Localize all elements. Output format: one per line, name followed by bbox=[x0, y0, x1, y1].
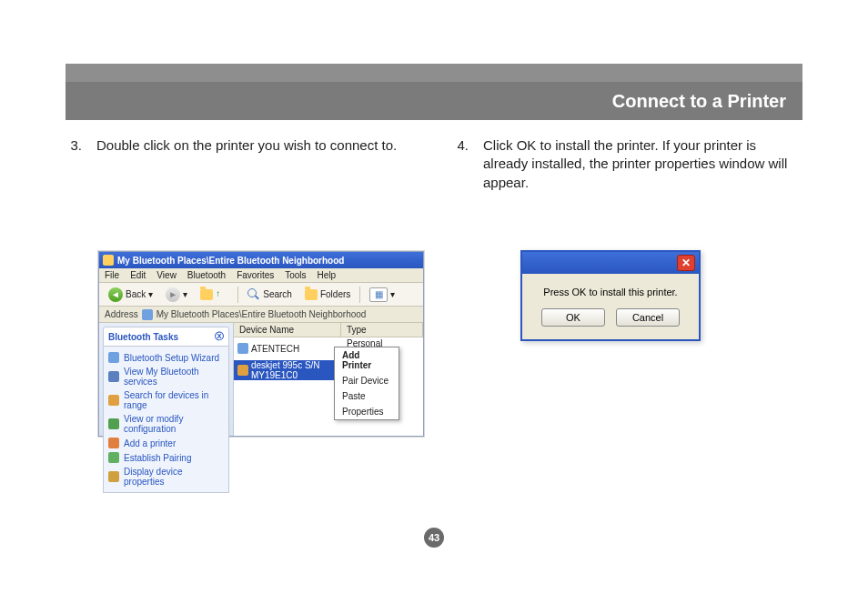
dialog-titlebar[interactable]: ✕ bbox=[522, 252, 699, 274]
separator bbox=[237, 287, 238, 303]
task-add-printer[interactable]: Add a printer bbox=[108, 436, 224, 450]
tasks-pane: Bluetooth Tasks ⓧ Bluetooth Setup Wizard… bbox=[99, 323, 234, 436]
dropdown-icon: ▾ bbox=[148, 289, 153, 299]
step-text: Double click on the printer you wish to … bbox=[96, 136, 416, 155]
menu-edit[interactable]: Edit bbox=[130, 270, 146, 280]
menu-pair-device[interactable]: Pair Device bbox=[335, 373, 399, 388]
folders-button[interactable]: Folders bbox=[301, 287, 354, 302]
menu-favorites[interactable]: Favorites bbox=[237, 270, 274, 280]
device-name: ATENTECH bbox=[251, 344, 299, 354]
menu-properties[interactable]: Properties bbox=[335, 404, 399, 419]
page-number: 43 bbox=[424, 528, 444, 548]
menu-add-printer[interactable]: Add Printer bbox=[335, 347, 399, 373]
collapse-icon: ⓧ bbox=[215, 330, 224, 343]
printer-icon bbox=[108, 438, 119, 448]
tasks-header[interactable]: Bluetooth Tasks ⓧ bbox=[103, 327, 229, 347]
right-column: 4. Click OK to install the printer. If y… bbox=[452, 136, 802, 247]
search-icon bbox=[247, 288, 260, 301]
computer-icon bbox=[237, 343, 248, 354]
up-button[interactable]: ↑ bbox=[197, 287, 232, 303]
up-arrow-icon: ↑ bbox=[216, 288, 228, 301]
menu-file[interactable]: File bbox=[105, 270, 119, 280]
device-list-pane: Device Name Type ATENTECH Personal Compu… bbox=[234, 323, 423, 436]
window-titlebar[interactable]: My Bluetooth Places\Entire Bluetooth Nei… bbox=[99, 252, 423, 268]
back-icon: ◄ bbox=[108, 287, 123, 302]
task-search-devices[interactable]: Search for devices in range bbox=[108, 388, 224, 412]
address-bar: Address My Bluetooth Places\Entire Bluet… bbox=[99, 307, 423, 323]
task-modify-config[interactable]: View or modify configuration bbox=[108, 412, 224, 436]
dialog-buttons: OK Cancel bbox=[522, 303, 699, 339]
content-area: 3. Double click on the printer you wish … bbox=[66, 136, 802, 247]
device-name: deskjet 995c S/N MY19E1C0 bbox=[251, 360, 341, 380]
page-number-badge: 43 bbox=[0, 528, 868, 548]
search-label: Search bbox=[263, 289, 292, 299]
explorer-window: My Bluetooth Places\Entire Bluetooth Nei… bbox=[98, 251, 424, 437]
wizard-icon bbox=[108, 352, 119, 363]
folder-up-icon bbox=[200, 289, 213, 300]
tasks-list: Bluetooth Setup Wizard View My Bluetooth… bbox=[103, 347, 229, 493]
menu-bluetooth[interactable]: Bluetooth bbox=[187, 270, 226, 280]
task-label: View My Bluetooth services bbox=[124, 367, 224, 387]
step-number: 3. bbox=[66, 136, 82, 155]
window-icon bbox=[103, 255, 114, 266]
column-header-name[interactable]: Device Name bbox=[234, 323, 341, 337]
install-printer-dialog: ✕ Press OK to install this printer. OK C… bbox=[520, 250, 701, 341]
separator bbox=[359, 287, 360, 303]
task-label: Establish Pairing bbox=[124, 453, 191, 463]
menu-view[interactable]: View bbox=[156, 270, 177, 280]
page-title: Connect to a Printer bbox=[612, 91, 786, 112]
services-icon bbox=[108, 371, 119, 382]
printer-icon bbox=[237, 365, 248, 376]
address-value[interactable]: My Bluetooth Places\Entire Bluetooth Nei… bbox=[156, 309, 367, 319]
folders-label: Folders bbox=[320, 289, 350, 299]
list-header: Device Name Type bbox=[234, 323, 423, 337]
close-icon: ✕ bbox=[681, 257, 691, 269]
address-icon bbox=[142, 309, 153, 320]
back-label: Back bbox=[126, 289, 146, 299]
pairing-icon bbox=[108, 452, 119, 463]
forward-button[interactable]: ► ▾ bbox=[162, 286, 191, 304]
left-column: 3. Double click on the printer you wish … bbox=[66, 136, 416, 247]
explorer-body: Bluetooth Tasks ⓧ Bluetooth Setup Wizard… bbox=[99, 323, 423, 436]
window-title: My Bluetooth Places\Entire Bluetooth Nei… bbox=[117, 256, 344, 266]
folder-icon bbox=[305, 289, 318, 300]
gear-icon bbox=[108, 418, 119, 429]
ok-button[interactable]: OK bbox=[541, 308, 605, 327]
menu-help[interactable]: Help bbox=[318, 270, 337, 280]
step-number: 4. bbox=[452, 136, 469, 192]
step-text: Click OK to install the printer. If your… bbox=[483, 136, 802, 192]
task-label: View or modify configuration bbox=[124, 414, 224, 434]
menu-bar: File Edit View Bluetooth Favorites Tools… bbox=[99, 268, 423, 283]
task-setup-wizard[interactable]: Bluetooth Setup Wizard bbox=[108, 350, 224, 365]
close-button[interactable]: ✕ bbox=[677, 255, 695, 271]
dialog-message: Press OK to install this printer. bbox=[522, 274, 699, 303]
properties-icon bbox=[108, 471, 119, 482]
step-4: 4. Click OK to install the printer. If y… bbox=[452, 136, 802, 192]
context-menu: Add Printer Pair Device Paste Properties bbox=[334, 347, 399, 420]
back-button[interactable]: ◄ Back ▾ bbox=[105, 286, 156, 304]
menu-tools[interactable]: Tools bbox=[285, 270, 306, 280]
search-icon bbox=[108, 395, 119, 406]
views-button[interactable]: ▦ ▾ bbox=[366, 286, 399, 304]
toolbar: ◄ Back ▾ ► ▾ ↑ Search Folders ▦ ▾ bbox=[99, 283, 423, 307]
menu-paste[interactable]: Paste bbox=[335, 388, 399, 404]
task-label: Add a printer bbox=[124, 438, 176, 448]
step-3: 3. Double click on the printer you wish … bbox=[66, 136, 416, 155]
forward-icon: ► bbox=[166, 287, 180, 302]
views-icon: ▦ bbox=[369, 287, 388, 302]
tasks-title: Bluetooth Tasks bbox=[108, 332, 178, 342]
address-label: Address bbox=[105, 309, 138, 319]
dropdown-icon: ▾ bbox=[390, 289, 395, 299]
task-device-properties[interactable]: Display device properties bbox=[108, 465, 224, 488]
task-label: Bluetooth Setup Wizard bbox=[124, 353, 219, 363]
task-view-services[interactable]: View My Bluetooth services bbox=[108, 365, 224, 388]
task-label: Search for devices in range bbox=[124, 390, 224, 410]
task-establish-pairing[interactable]: Establish Pairing bbox=[108, 450, 224, 465]
search-button[interactable]: Search bbox=[244, 287, 296, 303]
dropdown-icon: ▾ bbox=[183, 289, 187, 299]
header-strip: Connect to a Printer bbox=[66, 82, 802, 120]
column-header-type[interactable]: Type bbox=[341, 323, 423, 337]
cancel-button[interactable]: Cancel bbox=[616, 308, 680, 327]
task-label: Display device properties bbox=[124, 467, 224, 487]
